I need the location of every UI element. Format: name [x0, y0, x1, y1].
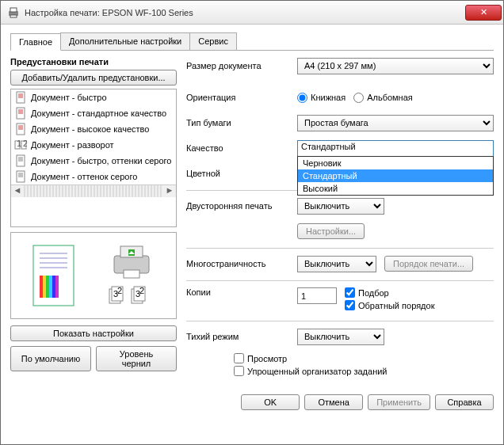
svg-text:1: 1 — [17, 139, 21, 148]
multipage-label: Многостраничность — [186, 259, 297, 268]
svg-rect-1 — [10, 8, 17, 12]
content-area: Главное Дополнительные настройки Сервис … — [1, 25, 503, 386]
preset-item[interactable]: Документ - быстро — [11, 89, 176, 105]
show-settings-button[interactable]: Показать настройки — [10, 325, 177, 341]
copies-label: Копии — [186, 287, 297, 297]
preset-label: Документ - разворот — [31, 140, 114, 150]
doc-size-label: Размер документа — [186, 61, 297, 70]
window-title: Настройка печати: EPSON WF-100 Series — [25, 8, 465, 17]
svg-rect-33 — [43, 276, 46, 298]
document-icon — [14, 123, 27, 135]
preset-item[interactable]: Документ - быстро, оттенки серого — [11, 153, 176, 169]
printer-preview-icon — [108, 243, 155, 281]
scroll-left-arrow[interactable]: ◄ — [11, 185, 24, 197]
orientation-label: Ориентация — [186, 93, 297, 102]
svg-text:2: 2 — [23, 139, 27, 148]
quiet-mode-select[interactable]: Выключить — [297, 329, 384, 345]
preset-item[interactable]: Документ - оттенок серого — [11, 169, 176, 184]
page-order-button[interactable]: Порядок печати... — [384, 256, 473, 272]
simple-organizer-checkbox[interactable]: Упрощенный организатор заданий — [234, 366, 494, 376]
print-settings-window: Настройка печати: EPSON WF-100 Series ✕ … — [0, 0, 504, 445]
presets-panel: Предустановки печати Добавить/Удалить пр… — [10, 57, 177, 378]
preview-checkbox[interactable]: Просмотр — [234, 353, 494, 363]
add-remove-presets-button[interactable]: Добавить/Удалить предустановки... — [10, 70, 177, 86]
svg-rect-32 — [40, 276, 43, 298]
landscape-radio[interactable]: Альбомная — [353, 93, 413, 103]
preset-label: Документ - оттенок серого — [31, 172, 137, 181]
help-button[interactable]: Справка — [435, 394, 494, 410]
scroll-right-arrow[interactable]: ► — [163, 185, 176, 197]
close-button[interactable]: ✕ — [465, 5, 502, 21]
quality-option-draft[interactable]: Черновик — [298, 157, 493, 169]
document-icon — [14, 107, 27, 120]
paper-type-select[interactable]: Простая бумага — [297, 115, 494, 131]
preset-list[interactable]: Документ - быстро Документ - стандартное… — [10, 89, 177, 227]
tab-main[interactable]: Главное — [10, 33, 61, 51]
doc-size-select[interactable]: A4 (210 x 297 мм) — [297, 58, 494, 74]
svg-rect-2 — [10, 15, 17, 17]
quality-dropdown: Черновик Стандартный Высокий — [297, 156, 494, 196]
portrait-radio[interactable]: Книжная — [297, 93, 346, 103]
quality-option-high[interactable]: Высокий — [298, 182, 493, 195]
settings-panel: Размер документа A4 (210 x 297 мм) Ориен… — [186, 57, 494, 378]
quality-option-standard[interactable]: Стандартный — [298, 169, 493, 182]
ok-button[interactable]: OK — [241, 394, 300, 410]
paper-type-label: Тип бумаги — [186, 118, 297, 127]
svg-text:2: 2 — [117, 286, 122, 295]
document-gray-icon — [14, 154, 27, 167]
quiet-mode-label: Тихий режим — [186, 332, 297, 341]
scroll-track[interactable] — [24, 185, 163, 197]
quality-select[interactable]: Стандартный — [297, 140, 494, 157]
svg-rect-35 — [49, 276, 52, 298]
duplex-settings-button[interactable]: Настройки... — [297, 223, 365, 239]
preset-label: Документ - быстро — [31, 93, 107, 102]
preset-item[interactable]: Документ - стандартное качество — [11, 105, 176, 121]
document-gray-icon — [14, 170, 27, 183]
horizontal-scrollbar[interactable]: ◄ ► — [11, 184, 176, 197]
defaults-button[interactable]: По умолчанию — [10, 346, 91, 371]
preview-panel: 3232 — [10, 232, 177, 319]
titlebar: Настройка печати: EPSON WF-100 Series ✕ — [1, 1, 503, 25]
printer-icon — [7, 6, 20, 19]
document-icon — [14, 91, 27, 104]
multipage-select[interactable]: Выключить — [297, 256, 376, 272]
svg-rect-40 — [124, 270, 139, 278]
tab-bar: Главное Дополнительные настройки Сервис — [10, 32, 494, 51]
reverse-order-checkbox[interactable]: Обратный порядок — [345, 300, 434, 310]
duplex-select[interactable]: Выключить — [297, 198, 384, 215]
svg-text:2: 2 — [139, 286, 144, 295]
color-label: Цветной — [186, 169, 297, 178]
tab-more[interactable]: Дополнительные настройки — [60, 32, 190, 50]
ink-levels-button[interactable]: Уровень чернил — [96, 346, 177, 371]
duplex-label: Двусторонняя печать — [186, 201, 297, 211]
svg-rect-34 — [46, 276, 49, 298]
collate-preview-icon: 3232 — [108, 284, 155, 308]
page-preview-icon — [32, 244, 75, 307]
preset-label: Документ - высокое качество — [31, 124, 149, 134]
presets-title: Предустановки печати — [10, 57, 177, 67]
preset-item[interactable]: 12 Документ - разворот — [11, 137, 176, 153]
tab-service[interactable]: Сервис — [189, 32, 237, 50]
quality-label: Качество — [186, 143, 297, 153]
apply-button[interactable]: Применить — [368, 394, 430, 410]
collate-checkbox[interactable]: Подбор — [345, 287, 434, 298]
copies-input[interactable] — [297, 287, 337, 304]
dialog-footer: OK Отмена Применить Справка — [1, 386, 503, 418]
cancel-button[interactable]: Отмена — [304, 394, 363, 410]
svg-rect-36 — [52, 276, 55, 298]
preset-label: Документ - стандартное качество — [31, 108, 166, 118]
spread-icon: 12 — [14, 139, 27, 151]
preset-label: Документ - быстро, оттенки серого — [31, 156, 171, 165]
svg-rect-37 — [55, 276, 59, 298]
preset-item[interactable]: Документ - высокое качество — [11, 121, 176, 137]
